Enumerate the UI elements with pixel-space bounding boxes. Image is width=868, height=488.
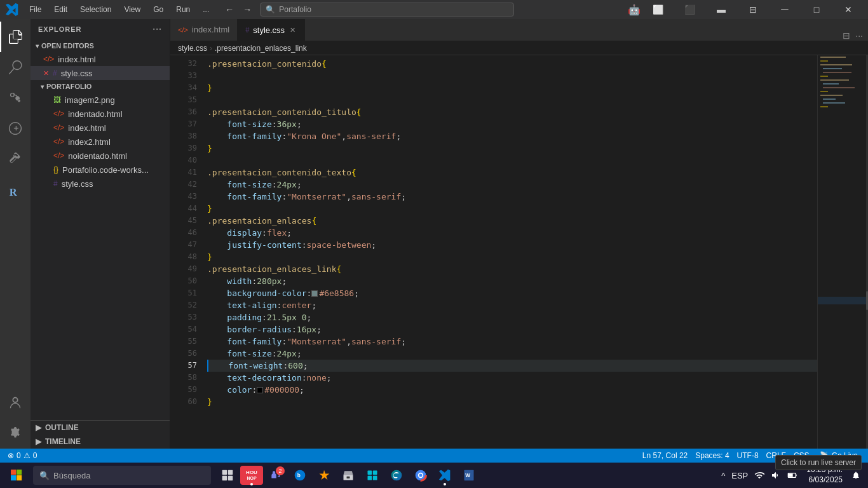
sidebar-more-button[interactable]: ··· [153,24,162,34]
taskbar-vscode[interactable] [433,464,456,487]
status-left: ⊗ 0 ⚠ 0 [5,449,39,463]
breadcrumb-file[interactable]: style.css [178,44,207,53]
svg-rect-17 [11,470,16,475]
wifi-icon[interactable] [752,464,767,487]
code-line-48: } [207,251,817,263]
language-text: ESP [731,471,748,480]
portafolio-label: PORTAFOLIO [46,83,92,90]
code-line-32: .presentacion_contenido{ [207,58,817,70]
taskbar-teams[interactable]: 2 [264,464,287,487]
svg-text:W: W [465,472,470,478]
sidebar-toggle-icon[interactable]: ⬛ [675,0,704,19]
status-encoding[interactable]: UTF-8 [735,449,761,463]
start-button[interactable] [3,464,31,487]
line-num-55: 55 [188,336,197,348]
menu-more[interactable]: ... [198,4,214,15]
copilot-icon[interactable]: 🤖 [628,4,641,16]
taskbar-task-view[interactable] [216,464,239,487]
side-panel-bottom: ▶ OUTLINE ▶ TIMELINE [31,420,170,449]
activity-r[interactable]: R [0,177,31,207]
breadcrumb-selector[interactable]: .presentacion_enlaces_link [215,44,307,53]
show-hidden-icons[interactable]: ^ [719,464,728,487]
taskbar-store[interactable] [337,464,360,487]
status-line-col[interactable]: Ln 57, Col 22 [640,449,690,463]
file-indentado[interactable]: </> indentado.html [36,107,170,121]
svg-rect-24 [228,476,233,481]
code-line-38: font-family: "Krona One", sans-serif; [207,130,817,142]
file-noidentado[interactable]: </> noidentado.html [36,149,170,163]
file-imagem2-label: imagem2.png [65,95,115,105]
svg-rect-10 [823,87,855,88]
activity-run-debug[interactable] [0,113,31,144]
file-imagem2[interactable]: 🖼 imagem2.png [36,93,170,107]
menu-selection[interactable]: Selection [75,4,116,15]
portafolio-header[interactable]: ▾ PORTAFOLIO [36,80,170,93]
activity-search[interactable] [0,52,31,83]
taskbar-bing[interactable]: b [288,464,311,487]
search-icon: 🔍 [266,5,275,14]
tab-style-css[interactable]: # style.css ✕ [238,19,305,41]
activity-extensions[interactable] [0,144,31,174]
activity-explorer[interactable] [0,22,31,52]
file-index[interactable]: </> index.html [36,121,170,135]
menu-run[interactable]: Run [171,4,195,15]
open-editor-index-html[interactable]: </> index.html [31,52,170,66]
open-editor-style-css[interactable]: ✕ # style.css [31,66,170,80]
code-line-49: .presentacion_enlaces_link{ [207,263,817,275]
file-index2[interactable]: </> index2.html [36,135,170,149]
activity-settings[interactable] [0,418,31,449]
taskbar-word[interactable]: W [458,464,480,487]
outline-section-header[interactable]: ▶ OUTLINE [31,421,170,435]
tab-index-html[interactable]: </> index.html [170,19,238,41]
menu-file[interactable]: File [24,4,46,15]
code-line-54: border-radius: 16px; [207,323,817,336]
activity-source-control[interactable] [0,83,31,113]
status-spaces[interactable]: Spaces: 4 [693,449,731,463]
menu-view[interactable]: View [119,4,146,15]
maximize-button[interactable]: □ [802,0,831,19]
layout-icon[interactable]: ⬜ [643,0,672,19]
vscode-logo-icon [5,3,19,17]
more-tabs-icon[interactable]: ··· [855,30,863,41]
close-button[interactable]: ✕ [834,0,863,19]
split-editor-icon[interactable]: ⊟ [738,0,768,19]
taskbar-football-app[interactable]: HOUNOP [240,464,263,487]
warning-count: 0 [33,451,37,460]
editor-content: 32 33 34 35 36 37 38 39 40 41 42 43 44 4… [170,55,868,449]
menu-go[interactable]: Go [148,4,168,15]
color-swatch-000000 [257,387,263,393]
split-editor-icon[interactable]: ⊟ [843,30,850,41]
title-bar: File Edit Selection View Go Run ... ← → … [0,0,868,19]
activity-account[interactable] [0,388,31,418]
taskbar-edge[interactable] [385,464,408,487]
open-editors-header[interactable]: ▾ OPEN EDITORS [31,39,170,52]
timeline-section-header[interactable]: ▶ TIMELINE [31,435,170,449]
taskbar-chrome[interactable] [409,464,432,487]
css-icon: # [53,69,57,78]
taskbar-snip[interactable] [313,464,336,487]
panel-toggle-icon[interactable]: ▬ [707,0,736,19]
line-num-51: 51 [188,287,197,299]
sidebar-header: EXPLORER ··· [31,19,170,39]
svg-rect-4 [820,64,852,65]
file-style-css[interactable]: # style.css [36,177,170,191]
minimize-button[interactable]: ─ [770,0,799,19]
svg-rect-19 [11,475,16,480]
file-portafolio-code[interactable]: {} Portafolio.code-works... [36,163,170,177]
menu-edit[interactable]: Edit [49,4,72,15]
code-editor[interactable]: .presentacion_contenido{ } .presentacion… [202,55,817,449]
nav-back-button[interactable]: ← [222,2,237,17]
portafolio-arrow: ▾ [41,83,44,90]
line-num-37: 37 [188,118,197,130]
language-indicator[interactable]: ESP [729,464,750,487]
tab-close-button[interactable]: ✕ [288,25,297,36]
status-errors[interactable]: ⊗ 0 ⚠ 0 [5,449,39,463]
line-num-43: 43 [188,191,197,203]
taskbar-app-6[interactable] [361,464,384,487]
taskbar-search[interactable]: 🔍 Búsqueda [33,466,211,485]
line-num-56: 56 [188,348,197,360]
nav-forward-button[interactable]: → [240,2,255,17]
line-num-46: 46 [188,227,197,239]
title-bar-search[interactable]: 🔍 Portafolio [260,3,514,17]
line-num-45: 45 [188,215,197,227]
